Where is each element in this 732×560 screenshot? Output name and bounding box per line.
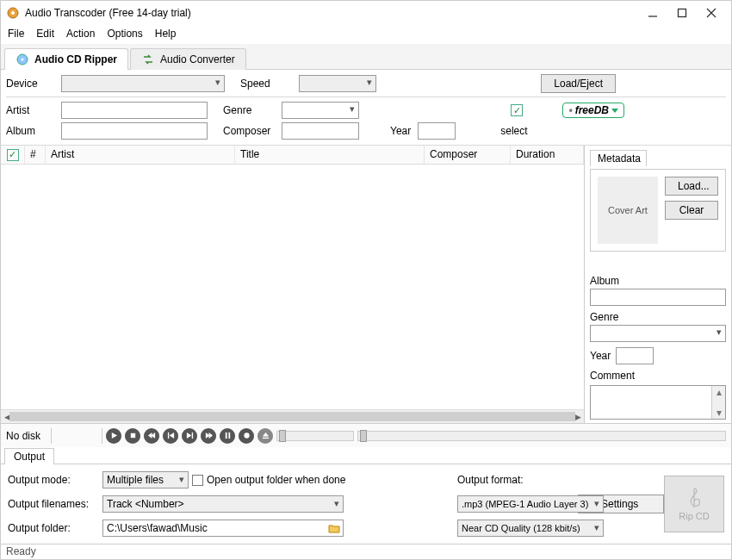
output-mode-combo[interactable]: Multiple files — [102, 471, 189, 488]
tab-audio-converter[interactable]: Audio Converter — [130, 48, 246, 70]
svg-marker-21 — [262, 432, 268, 437]
speed-combo[interactable] — [299, 75, 376, 92]
col-duration[interactable]: Duration — [511, 146, 584, 164]
metadata-tab[interactable]: Metadata — [590, 150, 647, 166]
col-artist[interactable]: Artist — [46, 146, 235, 164]
settings-label: Settings — [601, 498, 638, 510]
output-tab[interactable]: Output — [4, 448, 54, 464]
volume-slider[interactable] — [276, 431, 354, 441]
rip-cd-label: Rip CD — [679, 511, 709, 521]
menu-edit[interactable]: Edit — [36, 28, 54, 40]
meta-genre-label: Genre — [590, 311, 726, 323]
output-filenames-combo[interactable]: Track <Number> — [102, 495, 344, 513]
col-number[interactable]: # — [25, 146, 46, 164]
artist-input[interactable] — [61, 102, 208, 119]
meta-year-label: Year — [590, 350, 611, 362]
select-label: select — [500, 125, 527, 137]
treble-clef-icon — [684, 487, 704, 511]
output-quality-combo[interactable]: Near CD Quality (128 kbit/s) — [457, 520, 604, 537]
output-folder-input[interactable]: C:\Users\fawad\Music — [102, 520, 344, 537]
svg-rect-9 — [130, 433, 134, 438]
record-button[interactable] — [239, 428, 254, 444]
menu-help[interactable]: Help — [155, 28, 177, 40]
clear-cover-button[interactable]: Clear — [665, 201, 718, 220]
comment-scrollbar[interactable]: ▴▾ — [711, 386, 725, 419]
track-list: ✓ # Artist Title Composer Duration ◀ ▶ — [1, 146, 585, 423]
meta-genre-combo[interactable] — [590, 325, 726, 342]
load-cover-button[interactable]: Load... — [665, 177, 718, 196]
svg-rect-14 — [191, 432, 192, 439]
genre-label: Genre — [223, 104, 275, 116]
svg-rect-3 — [679, 9, 686, 17]
play-button[interactable] — [106, 428, 121, 444]
metadata-top: Cover Art Load... Clear — [590, 169, 726, 252]
cover-art-box[interactable]: Cover Art — [598, 177, 658, 244]
artist-label: Artist — [6, 104, 54, 116]
converter-icon — [141, 53, 155, 66]
output-panel: Output mode: Multiple files Open output … — [1, 464, 731, 544]
menu-action[interactable]: Action — [66, 28, 95, 40]
output-filenames-label: Output filenames: — [8, 498, 102, 510]
position-slider[interactable] — [357, 431, 726, 441]
freedb-button[interactable]: • freeDB — [562, 103, 624, 118]
load-eject-button[interactable]: Load/Eject — [541, 74, 616, 93]
svg-rect-12 — [167, 432, 168, 439]
scroll-thumb[interactable] — [9, 412, 575, 421]
rewind-button[interactable] — [144, 428, 159, 444]
meta-comment-label: Comment — [590, 370, 726, 382]
maximize-button[interactable] — [667, 3, 697, 23]
next-button[interactable] — [182, 428, 197, 444]
device-label: Device — [6, 78, 54, 90]
svg-marker-15 — [186, 432, 190, 439]
open-folder-checkbox[interactable] — [192, 475, 203, 486]
col-composer[interactable]: Composer — [425, 146, 511, 164]
svg-marker-13 — [169, 432, 173, 439]
year-input[interactable] — [418, 122, 456, 140]
horizontal-scrollbar[interactable]: ◀ ▶ — [1, 409, 584, 423]
status-text: Ready — [6, 545, 36, 557]
tab-audio-cd-ripper[interactable]: Audio CD Ripper — [4, 48, 128, 70]
menu-options[interactable]: Options — [107, 28, 142, 40]
close-button[interactable] — [697, 3, 726, 23]
svg-point-1 — [11, 11, 15, 15]
stop-button[interactable] — [125, 428, 140, 444]
status-bar: Ready — [1, 544, 731, 559]
menu-file[interactable]: File — [8, 28, 24, 40]
rip-cd-button[interactable]: Rip CD — [664, 476, 724, 532]
meta-comment-input[interactable]: ▴▾ — [590, 385, 726, 420]
folder-icon[interactable] — [328, 522, 340, 534]
select-checkbox[interactable]: ✓ — [511, 104, 523, 116]
year-label: Year — [390, 125, 411, 137]
scroll-right-icon[interactable]: ▶ — [572, 410, 584, 423]
svg-rect-18 — [225, 432, 226, 439]
disc-info-section: Device Speed Load/Eject Artist Genre ✓ •… — [1, 70, 731, 146]
metadata-panel: Metadata Cover Art Load... Clear Album G… — [585, 146, 731, 423]
device-combo[interactable] — [61, 75, 225, 92]
main-tab-bar: Audio CD Ripper Audio Converter — [1, 44, 731, 70]
app-icon — [6, 6, 20, 20]
svg-marker-11 — [148, 432, 152, 439]
fastfwd-button[interactable] — [201, 428, 216, 444]
eject-button[interactable] — [257, 428, 273, 444]
meta-album-input[interactable] — [590, 289, 726, 306]
output-format-label: Output format: — [406, 474, 578, 486]
cd-icon — [16, 53, 29, 66]
pause-button[interactable] — [220, 428, 235, 444]
output-format-combo[interactable]: .mp3 (MPEG-1 Audio Layer 3) — [457, 495, 604, 513]
output-tab-bar: Output — [1, 447, 731, 464]
speed-label: Speed — [240, 78, 292, 90]
composer-input[interactable] — [282, 122, 359, 140]
meta-year-input[interactable] — [616, 347, 654, 364]
col-title[interactable]: Title — [235, 146, 425, 164]
dropdown-arrow-icon — [611, 109, 618, 113]
select-all-checkbox[interactable]: ✓ — [7, 149, 19, 161]
minimize-button[interactable] — [638, 3, 667, 23]
genre-combo[interactable] — [282, 102, 359, 119]
svg-marker-17 — [208, 432, 213, 439]
svg-point-20 — [244, 432, 249, 438]
prev-button[interactable] — [163, 428, 178, 444]
disk-status: No disk — [6, 430, 47, 442]
album-input[interactable] — [61, 122, 208, 140]
svg-point-7 — [22, 59, 24, 61]
composer-label: Composer — [223, 125, 275, 137]
